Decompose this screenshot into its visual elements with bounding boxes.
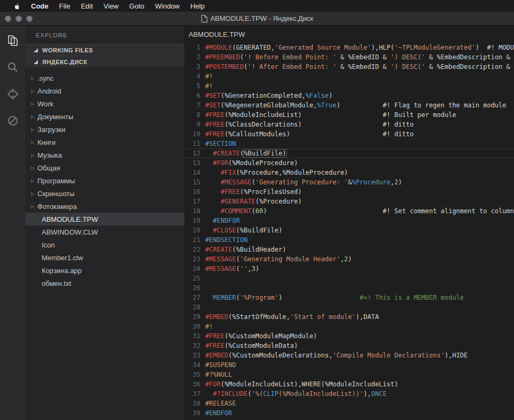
- menu-item-view[interactable]: View: [98, 2, 124, 10]
- line-number: 3: [184, 62, 200, 72]
- close-button[interactable]: [5, 15, 11, 22]
- menu-item-help[interactable]: Help: [185, 2, 210, 10]
- menu-bar: CodeFileEditViewGotoWindowHelp: [0, 0, 514, 12]
- code-text: #FREE(%ClassDeclarations) #! ditto: [200, 120, 414, 129]
- code-line-11[interactable]: 11#SECTION: [184, 139, 514, 149]
- apple-menu[interactable]: [7, 2, 26, 10]
- tree-item-Скриншоты[interactable]: ▷Скриншоты: [25, 187, 184, 200]
- git-icon[interactable]: [5, 87, 20, 102]
- code-line-15[interactable]: 15 #MESSAGE('Generating Procedure: '&%Pr…: [184, 177, 514, 187]
- code-line-10[interactable]: 10#FREE(%CalloutModules) #! ditto: [184, 129, 514, 139]
- search-icon[interactable]: [5, 60, 20, 75]
- code-line-22[interactable]: 22#CREATE(%BuildHeader): [184, 245, 514, 254]
- chevron-right-icon: ▷: [31, 76, 37, 81]
- window-title-bar: ABMODULE.TPW - Яндекс.Диск: [0, 12, 514, 26]
- tree-item-Общая[interactable]: ▷Общая: [25, 161, 184, 174]
- tree-item-ABWINDOW.CLW[interactable]: ABWINDOW.CLW: [25, 225, 184, 238]
- code-line-33[interactable]: 33#EMBED(%CustomModuleDeclarations,'Comp…: [184, 351, 514, 360]
- tree-item-label: Скриншоты: [37, 190, 74, 198]
- code-text: #ENDFOR: [200, 216, 240, 225]
- code-line-32[interactable]: 32#FREE(%CustomModuleData): [184, 341, 514, 351]
- editor: ABMODULE.TPW 1#MODULE(GENERATED,'Generat…: [184, 26, 514, 420]
- zoom-button[interactable]: [26, 15, 33, 22]
- code-line-5[interactable]: 5#!: [184, 81, 514, 91]
- tree-item-Книги[interactable]: ▷Книги: [25, 136, 184, 149]
- code-line-27[interactable]: 27 MEMBER('%Program') #<! This is a MEMB…: [184, 293, 514, 302]
- chevron-right-icon: ▷: [31, 102, 37, 106]
- code-line-30[interactable]: 30#!: [184, 322, 514, 331]
- line-number: 36: [184, 379, 200, 389]
- code-line-29[interactable]: 29#EMBED(%StartOfModule,'Start of module…: [184, 312, 514, 322]
- tree-item-.sync[interactable]: ▷.sync: [25, 72, 184, 84]
- section-working-files[interactable]: WORKING FILES: [25, 44, 184, 56]
- code-area[interactable]: 1#MODULE(GENERATED,'Generated Source Mod…: [184, 43, 514, 420]
- debug-icon[interactable]: [5, 113, 20, 128]
- tree-item-Программы[interactable]: ▷Программы: [25, 174, 184, 187]
- menu-item-edit[interactable]: Edit: [75, 2, 98, 10]
- minimize-button[interactable]: [15, 15, 22, 22]
- menu-item-window[interactable]: Window: [150, 2, 185, 10]
- tree-item-label: Документы: [37, 113, 73, 121]
- code-line-6[interactable]: 6#SET(%GenerationCompleted,%False): [184, 91, 514, 100]
- code-line-36[interactable]: 36#FOR(%ModuleIncludeList),WHERE(%Module…: [184, 379, 514, 389]
- tree-item-Android[interactable]: ▷Android: [25, 84, 184, 97]
- code-line-35[interactable]: 35#?%NULL: [184, 370, 514, 379]
- explorer-icon[interactable]: [5, 33, 20, 48]
- code-line-1[interactable]: 1#MODULE(GENERATED,'Generated Source Mod…: [184, 43, 514, 52]
- code-line-20[interactable]: 20 #CLOSE(%BuildFile): [184, 225, 514, 235]
- chevron-right-icon: ▷: [31, 178, 37, 183]
- tree-item-Work[interactable]: ▷Work: [25, 97, 184, 110]
- menu-item-file[interactable]: File: [54, 2, 76, 10]
- tree-item-Документы[interactable]: ▷Документы: [25, 110, 184, 123]
- code-text: #FREE(%ProcFilesUsed): [200, 187, 302, 197]
- code-line-8[interactable]: 8#FREE(%ModuleIncludeList) #! Built per …: [184, 110, 514, 120]
- line-number: 18: [184, 206, 200, 216]
- tree-item-Музыка[interactable]: ▷Музыка: [25, 149, 184, 161]
- code-line-28[interactable]: 28: [184, 302, 514, 312]
- tree-item-Загрузки[interactable]: ▷Загрузки: [25, 123, 184, 136]
- apple-icon: [13, 2, 20, 10]
- code-text: #FOR(%ModuleIncludeList),WHERE(%ModuleIn…: [200, 379, 398, 389]
- line-number: 26: [184, 283, 200, 293]
- code-line-31[interactable]: 31#FREE(%CustomModuleMapModule): [184, 331, 514, 341]
- code-line-38[interactable]: 38#RELEASE: [184, 399, 514, 408]
- activity-bar: [0, 26, 25, 420]
- line-number: 14: [184, 168, 200, 177]
- code-line-13[interactable]: 13 #FOR(%ModuleProcedure): [184, 158, 514, 168]
- code-line-25[interactable]: 25: [184, 274, 514, 283]
- section-yandex-disk[interactable]: ЯНДЕКС.ДИСК: [25, 56, 184, 67]
- line-number: 33: [184, 351, 200, 360]
- menu-item-code[interactable]: Code: [26, 2, 54, 10]
- chevron-right-icon: ▷: [31, 127, 37, 132]
- line-number: 8: [184, 110, 200, 120]
- tree-item-Member1.clw[interactable]: Member1.clw: [25, 251, 184, 264]
- code-line-9[interactable]: 9#FREE(%ClassDeclarations) #! ditto: [184, 120, 514, 129]
- tree-item-Фотокамера[interactable]: ▷Фотокамера: [25, 200, 184, 213]
- tree-item-ABMODULE.TPW[interactable]: ABMODULE.TPW: [25, 213, 184, 225]
- code-line-34[interactable]: 34#SUSPEND: [184, 360, 514, 370]
- menu-item-goto[interactable]: Goto: [124, 2, 150, 10]
- code-line-39[interactable]: 39#ENDFOR: [184, 408, 514, 418]
- code-line-7[interactable]: 7#SET(%RegenerateGlobalModule,%True) #! …: [184, 100, 514, 110]
- code-line-16[interactable]: 16 #FREE(%ProcFilesUsed): [184, 187, 514, 197]
- chevron-right-icon: ▷: [31, 204, 37, 209]
- code-line-24[interactable]: 24#MESSAGE('',3): [184, 264, 514, 274]
- code-line-37[interactable]: 37 #?INCLUDE('%(CLIP(%ModuleIncludeList)…: [184, 389, 514, 399]
- line-number: 2: [184, 52, 200, 62]
- code-line-18[interactable]: 18 #COMMENT(60) #! Set comment alignment…: [184, 206, 514, 216]
- line-number: 28: [184, 302, 200, 312]
- code-line-3[interactable]: 3#POSTEMBED('! After Embed Point: ' & %E…: [184, 62, 514, 72]
- code-line-26[interactable]: 26: [184, 283, 514, 293]
- code-line-17[interactable]: 17 #GENERATE(%Procedure): [184, 197, 514, 206]
- code-line-19[interactable]: 19 #ENDFOR: [184, 216, 514, 225]
- tree-item-Корзина.app[interactable]: Корзина.app: [25, 264, 184, 277]
- tree-item-обмен.txt[interactable]: обмен.txt: [25, 277, 184, 290]
- code-line-12[interactable]: 12 #CREATE(%BuildFile): [184, 149, 514, 158]
- code-text: #GENERATE(%Procedure): [200, 197, 302, 206]
- code-line-23[interactable]: 23#MESSAGE('Generating Module Header',2): [184, 254, 514, 264]
- code-line-14[interactable]: 14 #FIX(%Procedure,%ModuleProcedure): [184, 168, 514, 177]
- code-line-2[interactable]: 2#PREEMBED('! Before Embed Point: ' & %E…: [184, 52, 514, 62]
- tree-item-Icon[interactable]: Icon: [25, 238, 184, 251]
- code-line-21[interactable]: 21#ENDSECTION: [184, 235, 514, 245]
- code-line-4[interactable]: 4#!: [184, 72, 514, 81]
